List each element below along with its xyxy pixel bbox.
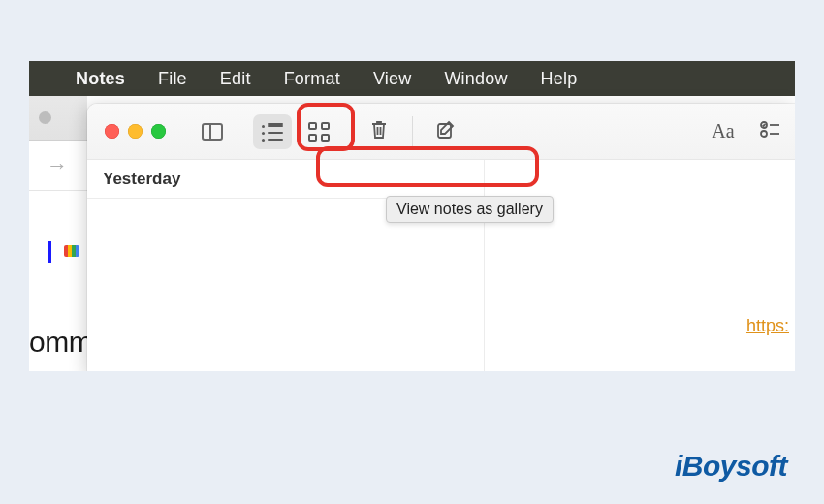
notes-list-group-header: Yesterday: [87, 160, 484, 199]
trash-icon: [369, 119, 389, 144]
toggle-sidebar-button[interactable]: [193, 114, 232, 149]
background-tab-close-icon: [39, 111, 51, 124]
sidebar-icon: [202, 123, 223, 141]
window-close-button[interactable]: [105, 124, 119, 139]
notes-list-pane: Yesterday: [87, 160, 485, 371]
svg-point-3: [761, 131, 767, 137]
menubar-window[interactable]: Window: [444, 69, 507, 89]
toolbar-divider: [412, 116, 413, 147]
checklist-button[interactable]: [750, 114, 789, 149]
new-note-button[interactable]: [427, 114, 465, 149]
background-content-fragment: [29, 232, 87, 270]
note-content-pane: https:: [485, 160, 795, 371]
notes-titlebar: Aa: [87, 104, 795, 160]
menubar-help[interactable]: Help: [541, 69, 578, 89]
window-traffic-lights: [99, 124, 166, 139]
background-tabbar: [29, 96, 87, 141]
window-zoom-button[interactable]: [151, 124, 166, 139]
note-link-text[interactable]: https:: [746, 316, 789, 336]
window-minimize-button[interactable]: [128, 124, 143, 139]
menubar-file[interactable]: File: [158, 69, 187, 89]
menubar-edit[interactable]: Edit: [220, 69, 251, 89]
checklist-icon: [759, 120, 780, 143]
notes-app-window: Aa Yesterday https: View notes as galler…: [87, 104, 795, 371]
menubar-format[interactable]: Format: [284, 69, 340, 89]
menubar-app-name[interactable]: Notes: [76, 69, 125, 89]
background-partial-text: omm: [29, 326, 92, 359]
back-arrow-icon: →: [47, 153, 68, 178]
format-button[interactable]: Aa: [704, 114, 743, 149]
compose-icon: [435, 119, 457, 144]
watermark-logo: iBoysoft: [675, 450, 787, 483]
menubar-view[interactable]: View: [373, 69, 412, 89]
delete-note-button[interactable]: [360, 114, 398, 149]
list-view-icon: [262, 123, 283, 141]
gallery-tooltip: View notes as gallery: [386, 196, 554, 223]
background-toolbar: →: [29, 141, 87, 191]
macos-menubar: Notes File Edit Format View Window Help: [29, 61, 795, 96]
view-list-button[interactable]: [253, 114, 292, 149]
gallery-view-icon: [308, 122, 330, 142]
screenshot-region: Notes File Edit Format View Window Help …: [29, 61, 795, 371]
text-format-icon: Aa: [712, 120, 734, 142]
view-gallery-button[interactable]: [300, 114, 338, 149]
